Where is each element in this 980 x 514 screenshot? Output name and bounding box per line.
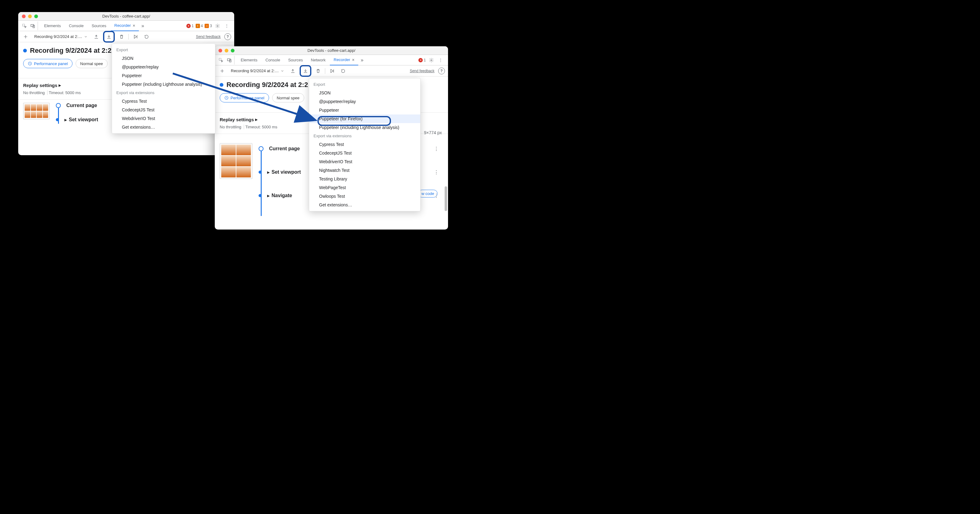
export-cypress[interactable]: Cypress Test <box>309 140 420 149</box>
tab-recorder[interactable]: Recorder× <box>330 55 358 65</box>
status-errors[interactable]: ×1 <box>418 58 426 62</box>
close-icon[interactable]: × <box>352 57 355 62</box>
step-label: ▶Set viewport <box>267 169 301 175</box>
viewport-dimensions: 9×774 px <box>424 130 442 135</box>
step-label: ▶Navigate <box>267 193 292 198</box>
step-kebab-icon[interactable]: ⋮ <box>433 169 440 176</box>
tab-elements[interactable]: Elements <box>237 55 261 65</box>
step-current-page[interactable]: Current page <box>56 103 98 108</box>
tab-network[interactable]: Network <box>307 55 329 65</box>
get-extensions[interactable]: Get extensions… <box>112 123 215 131</box>
inspect-icon[interactable] <box>216 56 225 64</box>
import-button[interactable] <box>92 32 100 41</box>
replay-button[interactable] <box>328 67 336 75</box>
speed-chip[interactable]: Normal spee <box>272 93 304 102</box>
tab-console[interactable]: Console <box>262 55 284 65</box>
export-testing-library[interactable]: Testing Library <box>309 175 420 183</box>
send-feedback-link[interactable]: Send feedback <box>410 69 434 73</box>
export-puppeteer-lighthouse[interactable]: Puppeteer (including Lighthouse analysis… <box>309 123 420 132</box>
zoom-dot[interactable] <box>34 14 38 18</box>
tab-elements[interactable]: Elements <box>40 21 65 31</box>
export-webpagetest[interactable]: WebPageTest <box>309 183 420 192</box>
zoom-dot[interactable] <box>231 49 234 53</box>
export-button[interactable] <box>105 32 113 41</box>
window-title: DevTools - coffee-cart.app/ <box>218 48 444 53</box>
close-dot[interactable] <box>22 14 25 18</box>
svg-point-8 <box>431 60 432 61</box>
close-dot[interactable] <box>218 49 222 53</box>
export-nightwatch[interactable]: Nightwatch Test <box>309 166 420 175</box>
export-json[interactable]: JSON <box>309 89 420 97</box>
tab-recorder[interactable]: Recorder× <box>111 21 139 31</box>
import-button[interactable] <box>288 67 297 75</box>
export-puppeteer-replay[interactable]: @puppeteer/replay <box>112 63 215 71</box>
tab-console[interactable]: Console <box>65 21 88 31</box>
export-puppeteer-replay[interactable]: @puppeteer/replay <box>309 97 420 106</box>
speed-chip[interactable]: Normal spee <box>76 59 108 68</box>
kebab-icon[interactable]: ⋮ <box>437 56 444 64</box>
timeline-marker <box>56 118 59 121</box>
new-recording-button[interactable] <box>218 67 226 75</box>
export-json[interactable]: JSON <box>112 54 215 63</box>
timeline-marker <box>56 103 61 108</box>
export-owloops[interactable]: Owloops Test <box>309 192 420 201</box>
export-puppeteer-firefox[interactable]: Puppeteer (for Firefox) <box>309 115 420 123</box>
export-webdriverio[interactable]: WebdriverIO Test <box>112 114 215 123</box>
window-title: DevTools - coffee-cart.app/ <box>22 14 231 19</box>
step-set-viewport[interactable]: ▶Set viewport <box>56 117 98 123</box>
tab-sources[interactable]: Sources <box>88 21 110 31</box>
step-button[interactable] <box>142 32 151 41</box>
help-icon[interactable]: ? <box>224 33 231 40</box>
export-webdriverio[interactable]: WebdriverIO Test <box>309 158 420 166</box>
help-icon[interactable]: ? <box>438 68 445 74</box>
titlebar: DevTools - coffee-cart.app/ <box>215 46 448 55</box>
performance-panel-chip[interactable]: Performance panel <box>23 59 73 68</box>
step-kebab-icon[interactable]: ⋮ <box>433 192 440 199</box>
recorder-toolbar: Recording 9/2/2024 at 2:… Send feedback … <box>18 31 234 42</box>
export-button[interactable] <box>301 67 310 75</box>
export-puppeteer[interactable]: Puppeteer <box>309 106 420 115</box>
send-feedback-link[interactable]: Send feedback <box>196 35 221 39</box>
gear-icon[interactable] <box>428 56 435 64</box>
device-icon[interactable] <box>29 22 38 30</box>
export-puppeteer-lighthouse[interactable]: Puppeteer (including Lighthouse analysis… <box>112 80 215 89</box>
more-tabs-icon[interactable]: » <box>140 23 146 29</box>
export-ext-header: Export via extensions <box>112 89 215 97</box>
recording-selector[interactable]: Recording 9/2/2024 at 2:… <box>229 68 286 73</box>
close-icon[interactable]: × <box>133 23 135 28</box>
export-cypress[interactable]: Cypress Test <box>112 97 215 105</box>
recording-selector[interactable]: Recording 9/2/2024 at 2:… <box>32 34 89 39</box>
tab-sources[interactable]: Sources <box>285 55 307 65</box>
chevron-right-icon: ▶ <box>267 170 270 174</box>
toolbar-divider <box>325 68 325 74</box>
bullet-icon <box>220 83 223 87</box>
export-codeceptjs[interactable]: CodeceptJS Test <box>309 149 420 158</box>
step-kebab-icon[interactable]: ⋮ <box>433 145 440 153</box>
inspect-icon[interactable] <box>20 22 29 30</box>
get-extensions[interactable]: Get extensions… <box>309 201 420 209</box>
delete-button[interactable] <box>314 67 323 75</box>
more-tabs-icon[interactable]: » <box>359 57 365 63</box>
titlebar: DevTools - coffee-cart.app/ <box>18 12 234 21</box>
status-issues[interactable]: ▪3 <box>205 24 212 28</box>
kebab-icon[interactable]: ⋮ <box>223 22 231 30</box>
scrollbar[interactable] <box>445 186 447 211</box>
step-button[interactable] <box>339 67 347 75</box>
gear-icon[interactable] <box>214 22 221 30</box>
export-codeceptjs[interactable]: CodeceptJS Test <box>112 105 215 114</box>
step-label: Current page <box>269 146 300 151</box>
minimize-dot[interactable] <box>224 49 228 53</box>
status-errors[interactable]: ×1 <box>186 24 194 28</box>
timeline-line <box>261 148 262 216</box>
device-icon[interactable] <box>226 56 234 64</box>
export-highlight <box>300 65 311 77</box>
chevron-right-icon: ▶ <box>267 194 270 197</box>
replay-button[interactable] <box>131 32 140 41</box>
delete-button[interactable] <box>117 32 126 41</box>
status-warnings[interactable]: !4 <box>196 24 203 28</box>
export-puppeteer[interactable]: Puppeteer <box>112 71 215 80</box>
new-recording-button[interactable] <box>21 32 30 41</box>
minimize-dot[interactable] <box>28 14 32 18</box>
export-ext-header: Export via extensions <box>309 132 420 140</box>
performance-panel-chip[interactable]: Performance panel <box>220 93 269 102</box>
